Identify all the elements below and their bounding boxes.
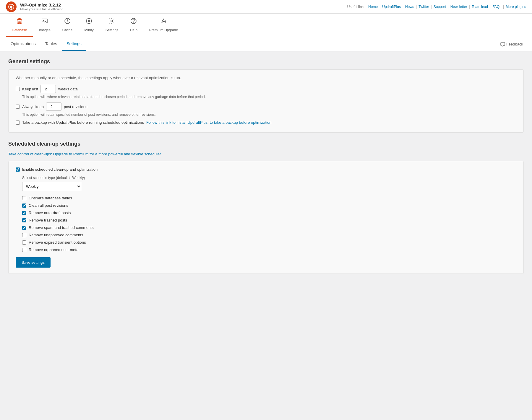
backup-checkbox[interactable] bbox=[16, 121, 20, 125]
schedule-cb-3[interactable] bbox=[22, 218, 26, 222]
nav-settings-label: Settings bbox=[106, 28, 118, 32]
schedule-cb-7[interactable] bbox=[22, 248, 26, 252]
link-support[interactable]: Support bbox=[434, 5, 446, 9]
schedule-cb-label-3: Remove trashed posts bbox=[29, 218, 67, 222]
nav-minify[interactable]: Minify bbox=[78, 14, 99, 37]
nav-premium[interactable]: Premium Upgrade bbox=[143, 14, 184, 37]
settings-icon bbox=[108, 17, 115, 26]
general-settings-desc: Whether manually or on a schedule, these… bbox=[16, 76, 516, 80]
app-branding: WP-Optimize 3.2.12 Make your site fast &… bbox=[6, 1, 62, 12]
always-keep-row: Always keep post revisions bbox=[16, 102, 516, 111]
backup-label: Take a backup with UpdraftPlus before ru… bbox=[22, 120, 144, 125]
link-newsletter[interactable]: Newsletter bbox=[450, 5, 467, 9]
tab-settings[interactable]: Settings bbox=[62, 37, 86, 51]
schedule-cb-label-1: Clean all post revisions bbox=[29, 203, 68, 208]
keep-last-checkbox[interactable] bbox=[16, 87, 20, 91]
svg-point-4 bbox=[17, 18, 22, 20]
app-subtitle: Make your site fast & efficient bbox=[20, 7, 62, 11]
schedule-cb-0[interactable] bbox=[22, 196, 26, 200]
schedule-type-select[interactable]: Weekly Daily Monthly bbox=[22, 182, 81, 191]
general-settings-title: General settings bbox=[8, 58, 524, 65]
svg-point-10 bbox=[134, 23, 134, 23]
tab-bar-right: Feedback bbox=[497, 37, 526, 51]
schedule-checkbox-item: Optimize database tables bbox=[22, 196, 516, 200]
keep-last-label-after: weeks data bbox=[58, 87, 78, 91]
enable-schedule-label: Enable scheduled clean-up and optimizati… bbox=[22, 167, 98, 172]
premium-icon bbox=[160, 17, 167, 26]
useful-links: Useful links Home| UpdraftPlus| News| Tw… bbox=[347, 5, 526, 9]
content-area: Optimizations Tables Settings Feedback G… bbox=[0, 37, 532, 412]
general-settings-card: Whether manually or on a schedule, these… bbox=[8, 69, 524, 133]
nav-cache[interactable]: Cache bbox=[56, 14, 79, 37]
useful-links-label: Useful links bbox=[347, 5, 365, 9]
scheduled-settings-section: Scheduled clean-up settings Take control… bbox=[8, 141, 524, 274]
always-keep-label-after: post revisions bbox=[64, 105, 87, 109]
backup-link[interactable]: Follow this link to install UpdraftPlus,… bbox=[146, 120, 271, 125]
svg-point-1 bbox=[10, 6, 12, 8]
top-bar: WP-Optimize 3.2.12 Make your site fast &… bbox=[0, 0, 532, 14]
help-icon bbox=[130, 17, 137, 26]
schedule-checkboxes: Optimize database tablesClean all post r… bbox=[16, 196, 516, 252]
general-settings-section: General settings Whether manually or on … bbox=[8, 58, 524, 133]
schedule-checkbox-item: Remove unapproved comments bbox=[22, 233, 516, 237]
schedule-cb-2[interactable] bbox=[22, 211, 26, 215]
link-twitter[interactable]: Twitter bbox=[419, 5, 429, 9]
nav-help-label: Help bbox=[130, 28, 137, 32]
tab-optimizations[interactable]: Optimizations bbox=[6, 37, 40, 51]
always-keep-label-before: Always keep bbox=[22, 105, 44, 109]
nav-database[interactable]: Database bbox=[6, 14, 33, 37]
scheduled-settings-card: Enable scheduled clean-up and optimizati… bbox=[8, 161, 524, 274]
nav-minify-label: Minify bbox=[84, 28, 93, 32]
app-title: WP-Optimize 3.2.12 bbox=[20, 2, 62, 7]
link-updraftplus[interactable]: UpdraftPlus bbox=[382, 5, 401, 9]
feedback-link[interactable]: Feedback bbox=[497, 39, 526, 50]
enable-scheduled-row: Enable scheduled clean-up and optimizati… bbox=[16, 167, 516, 172]
feedback-icon bbox=[500, 42, 505, 47]
schedule-checkbox-item: Remove trashed posts bbox=[22, 218, 516, 222]
schedule-type-label: Select schedule type (default is Weekly) bbox=[22, 176, 516, 180]
tab-tables[interactable]: Tables bbox=[40, 37, 62, 51]
keep-last-input[interactable] bbox=[40, 85, 56, 93]
link-faqs[interactable]: FAQs bbox=[492, 5, 501, 9]
link-home[interactable]: Home bbox=[368, 5, 378, 9]
schedule-checkbox-item: Remove auto-draft posts bbox=[22, 211, 516, 215]
nav-images[interactable]: Images bbox=[33, 14, 56, 37]
always-keep-hint: This option will retain specified number… bbox=[22, 113, 516, 117]
schedule-checkbox-item: Remove spam and trashed comments bbox=[22, 225, 516, 230]
cache-icon bbox=[64, 17, 71, 26]
backup-row: Take a backup with UpdraftPlus before ru… bbox=[16, 120, 516, 125]
nav-help[interactable]: Help bbox=[124, 14, 143, 37]
enable-schedule-checkbox[interactable] bbox=[16, 167, 20, 172]
link-more-plugins[interactable]: More plugins bbox=[506, 5, 526, 9]
svg-point-8 bbox=[111, 20, 113, 22]
save-settings-button[interactable]: Save settings bbox=[16, 257, 51, 268]
nav-premium-label: Premium Upgrade bbox=[149, 28, 178, 32]
keep-last-hint: This option will, where relevant, retain… bbox=[22, 95, 516, 99]
scheduled-settings-title: Scheduled clean-up settings bbox=[8, 141, 524, 147]
upgrade-link[interactable]: Take control of clean-ups: Upgrade to Pr… bbox=[8, 152, 161, 156]
schedule-checkbox-item: Remove orphaned user meta bbox=[22, 248, 516, 252]
schedule-cb-5[interactable] bbox=[22, 233, 26, 237]
schedule-cb-label-6: Remove expired transient options bbox=[29, 240, 86, 245]
nav-settings[interactable]: Settings bbox=[100, 14, 124, 37]
tab-bar: Optimizations Tables Settings Feedback bbox=[0, 37, 532, 51]
app-logo bbox=[6, 1, 17, 12]
images-icon bbox=[41, 17, 48, 26]
nav-cache-label: Cache bbox=[62, 28, 73, 32]
link-team-lead[interactable]: Team lead bbox=[472, 5, 488, 9]
schedule-checkbox-item: Clean all post revisions bbox=[22, 203, 516, 208]
schedule-cb-1[interactable] bbox=[22, 204, 26, 208]
link-news[interactable]: News bbox=[405, 5, 414, 9]
main-nav: Database Images Cache Minify bbox=[0, 14, 532, 37]
nav-images-label: Images bbox=[39, 28, 50, 32]
app-title-group: WP-Optimize 3.2.12 Make your site fast &… bbox=[20, 2, 62, 11]
schedule-cb-6[interactable] bbox=[22, 240, 26, 245]
keep-last-label-before: Keep last bbox=[22, 87, 38, 91]
always-keep-checkbox[interactable] bbox=[16, 105, 20, 109]
schedule-checkbox-item: Remove expired transient options bbox=[22, 240, 516, 245]
schedule-cb-4[interactable] bbox=[22, 226, 26, 230]
nav-database-label: Database bbox=[12, 28, 27, 32]
schedule-cb-label-2: Remove auto-draft posts bbox=[29, 211, 71, 215]
schedule-cb-label-5: Remove unapproved comments bbox=[29, 233, 83, 237]
always-keep-input[interactable] bbox=[46, 102, 61, 111]
